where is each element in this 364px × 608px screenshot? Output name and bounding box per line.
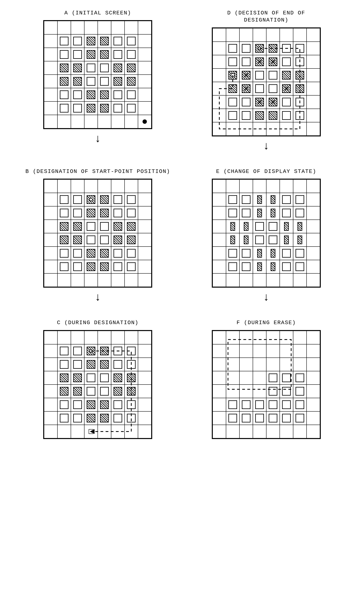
grid-cell (280, 331, 293, 344)
grid-cell (111, 34, 125, 48)
grid-cell (125, 61, 138, 75)
hatched-tile (296, 71, 304, 79)
grid-cell (111, 371, 125, 385)
grid-cell (280, 233, 293, 246)
hatched-tile (255, 111, 264, 120)
grid-cell (293, 95, 307, 109)
grid-cell (280, 193, 293, 206)
grid-cell (293, 331, 307, 344)
grid-cell (125, 88, 138, 102)
grid-cell (84, 102, 98, 115)
grid-cell (226, 180, 239, 193)
grid-cell (226, 358, 239, 371)
grid-cell (307, 246, 320, 260)
empty-tile (73, 360, 82, 369)
grid-cell (266, 233, 280, 246)
grid-cell (239, 385, 253, 398)
grid-cell (44, 273, 57, 287)
grid-cell (125, 371, 138, 385)
grid-cell (293, 260, 307, 273)
grid-cell (111, 246, 125, 260)
empty-tile (114, 104, 122, 113)
hatched-tile (100, 37, 109, 45)
grid-cell (57, 331, 71, 344)
grid-cell (280, 220, 293, 233)
grid-cell (44, 21, 57, 34)
hatched-tile (244, 222, 248, 231)
grid-cell (213, 398, 226, 411)
hatched-tile (73, 64, 82, 72)
grid-cell (111, 411, 125, 425)
grid-cell (98, 220, 111, 233)
grid-cell (266, 358, 280, 371)
grid-cell (84, 358, 98, 371)
empty-tile (87, 387, 95, 396)
grid-cell (239, 246, 253, 260)
arrow-down-icon: ↓ (94, 133, 101, 144)
label-C: C (DURING DESIGNATION) (57, 319, 139, 326)
label-B: B (DESIGNATION OF START-POINT POSITION) (26, 168, 170, 175)
grid-cell (239, 220, 253, 233)
hatched-tile (114, 64, 122, 72)
grid-B (43, 179, 152, 288)
grid-cell (111, 358, 125, 371)
grid-cell (111, 344, 125, 358)
empty-tile (282, 387, 291, 396)
empty-tile (127, 104, 136, 113)
grid-cell (213, 82, 226, 95)
grid-cell (226, 233, 239, 246)
grid-cell (307, 371, 320, 385)
grid-cell (57, 88, 71, 102)
grid-cell (98, 102, 111, 115)
start-point-ring-icon (89, 349, 93, 353)
grid-cell (226, 220, 239, 233)
grid-cell (44, 260, 57, 273)
hatched-tile (60, 64, 68, 72)
grid-cell (307, 95, 320, 109)
empty-tile (296, 414, 304, 422)
empty-tile (73, 347, 82, 355)
grid-cell (213, 260, 226, 273)
grid-cell (266, 273, 280, 287)
grid-cell (293, 344, 307, 358)
empty-tile (60, 91, 68, 99)
grid-cell (213, 28, 226, 42)
grid-cell (125, 206, 138, 220)
grid-cell (84, 34, 98, 48)
grid-cell (280, 82, 293, 95)
hatched-tile (114, 77, 122, 86)
grid-cell (213, 68, 226, 82)
grid-cell (253, 95, 266, 109)
grid-cell (293, 233, 307, 246)
hatched-tile (127, 374, 136, 382)
grid-cell (57, 344, 71, 358)
grid-cell (280, 28, 293, 42)
grid-cell (71, 398, 84, 411)
step-C: C (DURING DESIGNATION) (26, 319, 170, 439)
label-F: F (DURING ERASE) (236, 319, 296, 326)
grid-cell (226, 109, 239, 122)
grid-cell (213, 220, 226, 233)
hatched-tile (257, 209, 262, 217)
grid-cell (44, 193, 57, 206)
label-E: E (CHANGE OF DISPLAY STATE) (216, 168, 316, 175)
grid-cell (138, 260, 151, 273)
grid-cell (57, 233, 71, 246)
empty-tile (73, 262, 82, 271)
empty-tile (100, 374, 109, 382)
empty-tile (282, 57, 291, 66)
grid-cell (253, 233, 266, 246)
empty-tile (255, 84, 264, 93)
grid-cell (307, 220, 320, 233)
grid-cell (253, 193, 266, 206)
grid-cell (44, 34, 57, 48)
grid-cell (253, 180, 266, 193)
empty-tile (269, 71, 277, 79)
empty-tile (60, 400, 68, 409)
empty-tile (87, 77, 95, 86)
grid-cell (226, 122, 239, 136)
hatched-tile (87, 400, 95, 409)
grid-cell (71, 88, 84, 102)
empty-tile (228, 195, 237, 204)
empty-tile (269, 414, 277, 422)
